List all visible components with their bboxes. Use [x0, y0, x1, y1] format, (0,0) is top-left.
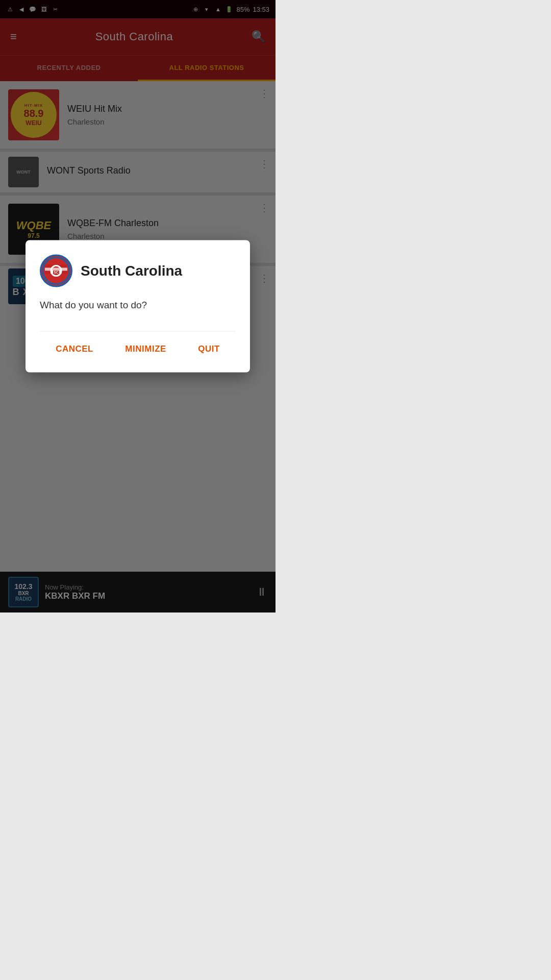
dialog-buttons: CANCEL MINIMIZE QUIT [40, 331, 236, 373]
dialog-message: What do you want to do? [40, 300, 236, 311]
dialog-title: South Carolina [81, 263, 182, 279]
svg-text:SC: SC [54, 271, 59, 274]
dialog-header: SC South Carolina [40, 255, 236, 287]
cancel-button[interactable]: CANCEL [43, 336, 106, 362]
svg-rect-5 [51, 270, 53, 274]
dialog-app-icon: SC [40, 255, 72, 287]
minimize-button[interactable]: MINIMIZE [113, 336, 179, 362]
dialog: SC South Carolina What do you want to do… [26, 240, 250, 373]
sc-logo-svg: SC [42, 257, 70, 285]
quit-button[interactable]: QUIT [186, 336, 232, 362]
svg-rect-6 [59, 270, 62, 274]
